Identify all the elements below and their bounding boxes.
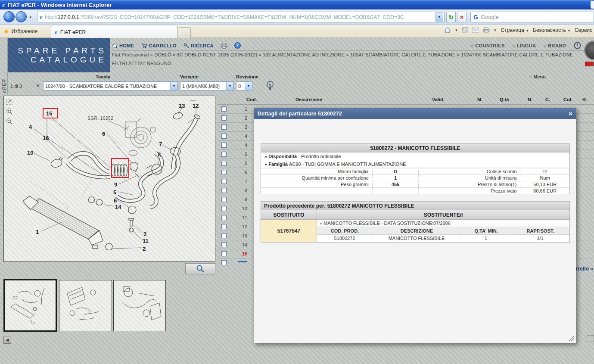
sub-row[interactable]: 51800272MANICOTTO FLESSIBILE 11/1 — [317, 235, 569, 242]
row-checkbox[interactable] — [221, 152, 227, 157]
row-focus-marker — [238, 261, 247, 262]
row-checkbox[interactable] — [221, 170, 227, 175]
revisione-select[interactable]: 0▼ — [236, 81, 252, 90]
row-checkbox[interactable] — [221, 215, 227, 220]
stop-button[interactable]: × — [457, 12, 466, 22]
home-nav-button[interactable]: HOME — [112, 43, 134, 48]
zoom-out-icon[interactable] — [6, 118, 12, 125]
part-label[interactable]: 3 — [143, 230, 146, 237]
part-detail-dialog: Dettagli del particolare 51800272 × 5180… — [254, 108, 576, 343]
part-label[interactable]: 6 — [114, 197, 117, 204]
part-label[interactable]: 15 — [46, 110, 52, 117]
family-label: » Famiglia — [264, 162, 288, 167]
fit-page-icon[interactable] — [6, 99, 12, 105]
command-bar: ▼ ▼ Страница ▼ Безопасность ▼ Сервис — [444, 27, 592, 33]
part-label[interactable]: 5 — [113, 189, 116, 196]
home-dropdown-icon[interactable]: ▼ — [455, 28, 458, 32]
close-icon[interactable]: × — [569, 110, 572, 117]
tavola-select[interactable]: 10247/00 - SCAMBIATORE CALORE E TUBAZION… — [43, 81, 178, 90]
zoom-in-icon[interactable] — [6, 108, 12, 115]
part-label[interactable]: 4 — [29, 124, 32, 130]
mail-icon[interactable] — [472, 28, 479, 33]
family-value: AC98 - TUBI GOMMA E MANICOTTI ALIMENTAZI… — [289, 162, 406, 167]
row-checkbox[interactable] — [221, 233, 227, 238]
diagram-search-button[interactable] — [185, 263, 215, 274]
rss-icon[interactable] — [462, 27, 468, 33]
part-label[interactable]: 14 — [115, 204, 121, 210]
favorites-button[interactable]: ★ Избранное — [3, 28, 37, 35]
power-icon[interactable] — [574, 42, 581, 49]
sostituito-value[interactable]: 51767547 — [261, 220, 317, 242]
menu-service[interactable]: Сервис — [575, 27, 592, 33]
part-label[interactable]: 13 — [179, 103, 185, 109]
part-label[interactable]: 9 — [114, 181, 117, 188]
highlight-box-part-15 — [111, 158, 129, 178]
row-checkbox[interactable] — [221, 224, 227, 229]
part-label[interactable]: 12 — [193, 103, 199, 109]
window-control-partial[interactable] — [591, 1, 594, 9]
row-checkbox[interactable] — [221, 106, 227, 112]
part-label[interactable]: 1 — [36, 229, 39, 235]
new-tab-button[interactable] — [179, 27, 191, 38]
thumbnail-2[interactable] — [59, 280, 112, 331]
predecessor-header: Prodotto precedente per: 51800272 MANICO… — [261, 202, 569, 210]
next-table-chevron[interactable]: » — [36, 82, 39, 88]
tab-fiat-eper[interactable]: e FIAT ePER — [51, 26, 178, 38]
countries-menu[interactable]: ▽ COUNTRIES — [471, 43, 504, 48]
thumbnail-prev-button[interactable]: ◀ — [3, 336, 11, 344]
part-label[interactable]: 10 — [27, 149, 33, 156]
print-dropdown-icon[interactable]: ▼ — [494, 28, 497, 32]
row-checkbox[interactable] — [221, 179, 227, 184]
address-input[interactable]: e http://127.0.0.1:7080/navi?SGS_COD=102… — [37, 12, 445, 22]
resize-handle[interactable] — [568, 335, 574, 341]
row-checkbox[interactable] — [221, 197, 227, 202]
logo-line2: CATALOGUE — [31, 55, 107, 64]
breadcrumb[interactable]: Fiat Professional » DOBLÒ » 3C DOBLO RES… — [112, 52, 591, 57]
print-icon[interactable] — [483, 27, 490, 33]
brand-menu[interactable]: ▽ BRAND — [544, 43, 566, 48]
row-checkbox[interactable] — [221, 124, 227, 130]
dialog-titlebar[interactable]: Dettagli del particolare 51800272 × — [254, 108, 576, 119]
thumbnail-3[interactable] — [113, 280, 166, 331]
part-label[interactable]: 6 — [102, 131, 105, 137]
row-checkbox[interactable] — [221, 188, 227, 193]
menu-page[interactable]: Страница ▼ — [501, 27, 529, 33]
menu-dropdown-icon: ▽ — [529, 75, 532, 79]
row-checkbox[interactable] — [221, 260, 227, 265]
back-button[interactable]: ← — [3, 11, 15, 22]
part-label[interactable]: 11 — [143, 238, 149, 244]
help-icon[interactable]: ? — [234, 42, 241, 49]
print-table-icon[interactable] — [221, 43, 227, 49]
part-label[interactable]: 8 — [158, 151, 161, 158]
menu-button[interactable]: ▽Menu — [529, 74, 546, 79]
refresh-button[interactable]: ↻ — [446, 12, 456, 22]
row-checkbox[interactable] — [221, 143, 227, 148]
bulb-icon[interactable] — [265, 80, 275, 91]
part-label[interactable]: 7 — [159, 141, 162, 147]
menu-security[interactable]: Безопасность ▼ — [533, 27, 571, 33]
part-label[interactable]: 2 — [143, 246, 146, 252]
row-checkbox[interactable] — [221, 134, 227, 139]
thumbnail-1-selected[interactable] — [3, 279, 57, 332]
col-r: R. — [582, 97, 587, 102]
window-titlebar[interactable]: e FIAT ePER - Windows Internet Explorer — [0, 0, 594, 9]
variante-select[interactable]: 1 (M84,M86,M88)▼ — [180, 81, 234, 90]
diagram-panel[interactable]: 15 4 16 10 6 13 12 7 8 9 5 6 14 1 3 11 2… — [3, 96, 215, 262]
home-icon[interactable] — [444, 27, 451, 33]
search-input[interactable]: G Google — [470, 12, 594, 22]
row-checkbox[interactable] — [221, 242, 227, 247]
lingua-menu[interactable]: ▽ LINGUA — [513, 43, 536, 48]
history-dropdown-icon[interactable]: ▼ — [29, 16, 32, 19]
cart-nav-button[interactable]: CARRELLO — [141, 43, 177, 48]
search-nav-button[interactable]: RICERCA — [183, 43, 214, 48]
row-checkbox[interactable] — [221, 115, 227, 121]
substitution-table-body: 51767547 » MANICOTTO FLESSIBILE - DATA S… — [261, 220, 569, 242]
row-checkbox[interactable] — [221, 206, 227, 211]
row-checkbox[interactable] — [221, 161, 227, 166]
address-dropdown-icon[interactable]: ▼ — [435, 12, 443, 22]
part-label[interactable]: 16 — [43, 135, 49, 141]
forward-button[interactable]: → — [16, 11, 27, 22]
row-checkbox[interactable] — [221, 251, 227, 256]
partial-corner-element — [587, 335, 594, 342]
availability-row: » Disponibilità - Prodotto ordinabile — [261, 152, 569, 160]
